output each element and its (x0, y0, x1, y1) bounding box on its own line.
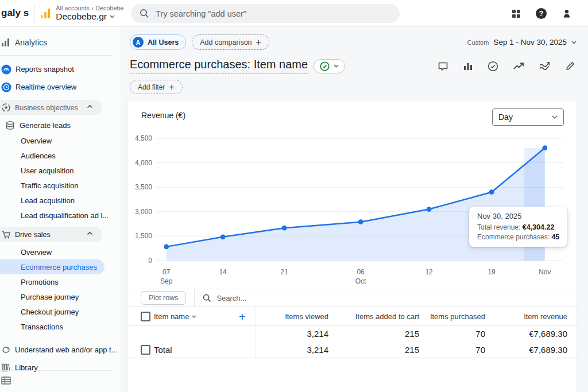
check-circle-icon[interactable] (488, 61, 498, 72)
sidebar-item-ecommerce-purchases[interactable]: Ecommerce purchases (0, 259, 105, 274)
account-switcher[interactable]: All accounts › Decobebe Decobebe.gr (56, 5, 123, 22)
sidebar-item-transactions[interactable]: Transactions (0, 319, 121, 334)
date-range-type: Custom (467, 39, 489, 46)
sidebar-item-reports-snapshot[interactable]: Reports snapshot (0, 60, 121, 78)
data-point[interactable] (427, 207, 432, 212)
brand-text: galy s (1, 7, 29, 19)
x-tick-label: 19 (488, 268, 495, 277)
data-point[interactable] (282, 226, 287, 231)
divider (0, 55, 111, 56)
help-icon[interactable]: ? (535, 7, 547, 20)
plus-icon: + (256, 38, 261, 47)
breadcrumb: All accounts › Decobebe (56, 5, 123, 11)
sidebar-item-business-objectives[interactable]: Business objectives (0, 100, 102, 115)
page-title[interactable]: Ecommerce purchases: Item name (130, 58, 308, 74)
sidebar-item-label: Purchase journey (21, 293, 79, 301)
chevron-down-icon (552, 115, 558, 119)
data-point[interactable] (489, 189, 494, 195)
tooltip-row: Ecommerce purchases: 45 (477, 233, 559, 241)
plus-icon: + (169, 83, 174, 92)
tooltip-date: Nov 30, 2025 (477, 212, 559, 220)
revenue-line-chart[interactable]: 4,5004,0003,5003,0001,5000 07Sep142106Oc… (136, 133, 567, 289)
aggregate-value: 70 (419, 329, 485, 339)
sidebar-item-label: Realtime overview (16, 83, 76, 91)
column-header-item-revenue[interactable]: Item revenue (485, 312, 567, 321)
date-range-picker[interactable]: Custom Sep 1 - Nov 30, 2025 (467, 38, 577, 46)
sidebar-item-label: Lead disqualification ad l... (21, 211, 109, 220)
add-comparison-label: Add comparison (200, 38, 252, 46)
column-header-item-name[interactable]: Item name (154, 312, 229, 321)
sidebar-item-understand-web-and-or-app-t[interactable]: Understand web and/or app t... (0, 341, 121, 359)
chart-metric-label: Revenue (€) (141, 111, 185, 120)
add-comparison-button[interactable]: Add comparison + (192, 34, 269, 50)
data-point[interactable] (358, 219, 363, 224)
edit-pencil-icon[interactable] (565, 61, 575, 71)
aggregate-value: 3,214 (256, 326, 328, 341)
sidebar-item-drive-sales[interactable]: Drive sales (0, 227, 102, 242)
sidebar-item-realtime-overview[interactable]: Realtime overview (0, 78, 121, 96)
apps-grid-icon[interactable] (512, 9, 521, 18)
sidebar-item-lead-acquisition[interactable]: Lead acquisition (0, 193, 121, 208)
sidebar-item-lead-disqualification-ad-l[interactable]: Lead disqualification ad l... (0, 208, 121, 223)
table-search-placeholder: Search... (216, 294, 246, 302)
column-header-items-added-to-cart[interactable]: Items added to cart (328, 312, 419, 321)
trend-arrow-icon[interactable] (513, 61, 524, 71)
row-value: 70 (419, 345, 485, 355)
sidebar-item-generate-leads[interactable]: Generate leads (0, 118, 121, 133)
bar-chart-icon[interactable] (463, 61, 473, 71)
row-value: 215 (328, 345, 419, 355)
data-point[interactable] (542, 145, 547, 150)
chevron-up-icon[interactable] (87, 104, 93, 108)
sidebar-item-promotions[interactable]: Promotions (0, 274, 121, 289)
audience-chip-all-users[interactable]: A All Users (130, 34, 186, 50)
report-card: Revenue (€) Day 4,5004,0003,5003,0001,50… (127, 100, 577, 392)
data-point[interactable] (220, 234, 226, 239)
realtime-icon (1, 82, 11, 92)
granularity-value: Day (498, 112, 513, 122)
chevron-down-icon (192, 315, 196, 318)
column-header-items-purchased[interactable]: Items purchased (419, 312, 485, 321)
column-header-items-viewed[interactable]: Items viewed (256, 307, 328, 325)
add-filter-button[interactable]: Add filter + (130, 80, 183, 94)
sidebar-item-user-acquisition[interactable]: User acquisition (0, 163, 121, 178)
row-value: €7,689.30 (485, 345, 567, 355)
granularity-select[interactable]: Day (492, 108, 564, 126)
data-point[interactable] (164, 244, 169, 249)
aggregate-value: 215 (328, 329, 419, 339)
date-range-value: Sep 1 - Nov 30, 2025 (493, 38, 567, 46)
chart-tooltip: Nov 30, 2025 Total revenue: €4,304.22Eco… (469, 207, 567, 247)
table-search-input[interactable]: Search... (203, 294, 246, 302)
divider (0, 370, 111, 371)
sidebar-item-overview[interactable]: Overview (0, 244, 121, 259)
top-app-bar: galy s All accounts › Decobebe Decobebe.… (0, 0, 588, 27)
sidebar-item-overview[interactable]: Overview (0, 133, 121, 148)
audience-chip-label: All Users (148, 38, 179, 46)
chevron-up-icon[interactable] (87, 231, 93, 235)
add-column-button[interactable]: + (229, 311, 256, 323)
account-icon[interactable] (562, 9, 572, 19)
global-search-input[interactable]: Try searching "add user" (131, 4, 400, 23)
sidebar-item-label: Lead acquisition (21, 196, 75, 205)
sidebar-item-label: Generate leads (20, 121, 71, 130)
table-icon[interactable] (1, 377, 11, 385)
drive-sales-icon (1, 230, 11, 239)
sidebar-item-label: Overview (21, 137, 52, 145)
sidebar-item-checkout-journey[interactable]: Checkout journey (0, 304, 121, 319)
plot-rows-button[interactable]: Plot rows (141, 291, 186, 305)
sidebar-item-label: Checkout journey (21, 308, 79, 316)
compare-waves-icon[interactable] (539, 61, 551, 71)
chevron-down-icon (571, 41, 577, 44)
divider (194, 289, 195, 307)
data-quality-badge[interactable] (314, 59, 345, 73)
sidebar-item-purchase-journey[interactable]: Purchase journey (0, 289, 121, 304)
sidebar-item-label: Ecommerce purchases (21, 263, 97, 271)
row-checkbox[interactable] (141, 345, 150, 355)
sidebar-item-label: User acquisition (21, 166, 74, 175)
sidebar-item-label: Overview (21, 248, 52, 257)
sidebar-item-audiences[interactable]: Audiences (0, 148, 121, 163)
select-all-checkbox[interactable] (141, 312, 150, 321)
generate-leads-icon (5, 121, 15, 130)
sidebar-item-traffic-acquisition[interactable]: Traffic acquisition (0, 178, 121, 193)
note-icon[interactable] (438, 61, 448, 72)
chevron-down-icon (334, 64, 339, 68)
